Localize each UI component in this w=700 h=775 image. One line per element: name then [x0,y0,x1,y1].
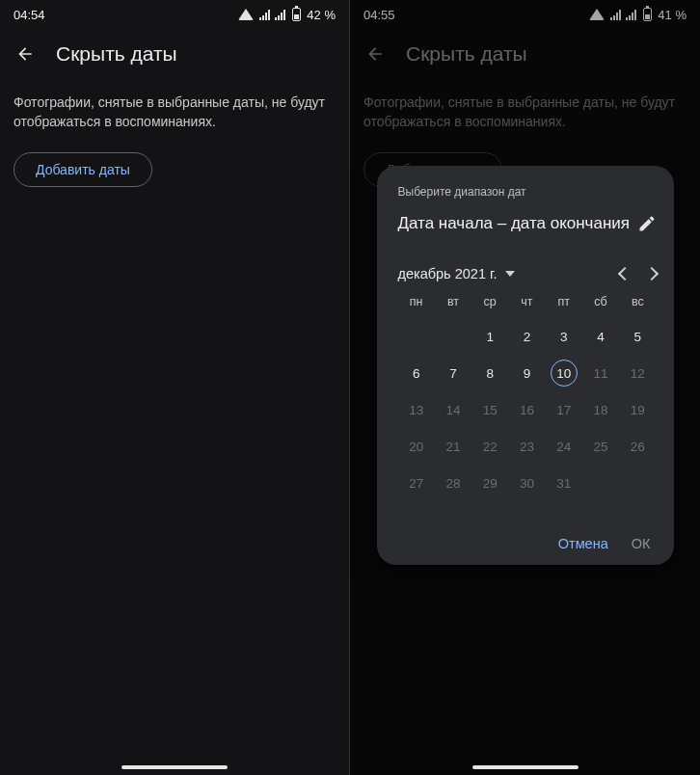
signal-icon [275,10,285,20]
modal-backdrop[interactable]: Выберите диапазон дат Дата начала – дата… [350,0,700,775]
calendar-week: 13141516171819 [398,391,657,428]
day-cell[interactable]: 16 [508,391,545,428]
modal-caption: Выберите диапазон дат [398,185,657,199]
dow: пт [546,295,582,308]
battery-text: 42 % [307,8,336,22]
dow: пн [398,295,435,308]
day-cell[interactable]: 27 [398,465,435,501]
empty-cell [619,465,656,501]
page-title: Скрыть даты [56,42,177,66]
battery-icon [292,8,301,21]
day-cell[interactable]: 30 [508,465,545,501]
range-row: Дата начала – дата окончания [398,214,657,233]
dow: ср [471,295,508,308]
day-cell[interactable]: 18 [582,391,619,428]
screen-left: 04:54 42 % Скрыть даты Фотографии, сняты… [0,0,350,775]
calendar-week: 6789101112 [398,355,657,391]
day-cell[interactable]: 8 [471,355,508,391]
status-icons: 42 % [238,8,336,22]
day-cell[interactable]: 3 [546,318,582,355]
weekday-header: пн вт ср чт пт сб вс [398,295,657,308]
day-cell[interactable]: 29 [471,465,508,501]
description-text: Фотографии, снятые в выбранные даты, не … [13,93,336,131]
day-cell[interactable]: 23 [508,428,545,465]
day-cell[interactable]: 22 [471,428,508,465]
wifi-icon [238,9,254,20]
day-cell[interactable]: 4 [582,318,619,355]
status-time: 04:54 [13,8,45,22]
gesture-bar [472,765,579,769]
back-icon[interactable] [15,44,35,64]
day-cell[interactable]: 28 [435,465,471,501]
calendar-week: 12345 [398,318,657,355]
day-cell[interactable]: 19 [619,391,656,428]
empty-cell [582,465,619,501]
day-cell[interactable]: 11 [582,355,619,391]
modal-actions: Отмена ОК [398,536,657,551]
day-cell[interactable]: 24 [546,428,582,465]
day-cell[interactable]: 14 [435,391,471,428]
day-cell[interactable]: 31 [546,465,582,501]
next-month-icon[interactable] [644,267,658,281]
dow: сб [582,295,619,308]
dropdown-icon [505,271,515,277]
content: Фотографии, снятые в выбранные даты, не … [0,81,349,199]
day-cell[interactable]: 17 [546,391,582,428]
add-dates-button[interactable]: Добавить даты [13,152,152,187]
date-range-modal: Выберите диапазон дат Дата начала – дата… [377,166,674,565]
app-bar: Скрыть даты [0,27,349,81]
calendar-body: 1234567891011121314151617181920212223242… [398,318,657,501]
edit-icon[interactable] [637,214,657,233]
cancel-button[interactable]: Отмена [558,536,608,551]
signal-icon [259,10,270,20]
gesture-bar [121,765,228,769]
day-cell[interactable]: 12 [619,355,656,391]
month-nav [620,269,657,279]
empty-cell [398,318,435,355]
day-cell[interactable]: 21 [435,428,471,465]
day-cell[interactable]: 10 [546,355,582,391]
day-cell[interactable]: 1 [471,318,508,355]
dow: вс [619,295,656,308]
day-cell[interactable]: 25 [582,428,619,465]
calendar-week: 2728293031 [398,465,657,501]
screen-right: 04:55 41 % Скрыть даты Фотографии, сняты… [350,0,700,775]
calendar-week: 20212223242526 [398,428,657,465]
day-cell[interactable]: 15 [471,391,508,428]
day-cell[interactable]: 13 [398,391,435,428]
range-placeholder: Дата начала – дата окончания [398,214,631,233]
day-cell[interactable]: 2 [508,318,545,355]
day-cell[interactable]: 5 [619,318,656,355]
day-cell[interactable]: 7 [435,355,471,391]
month-selector[interactable]: декабрь 2021 г. [398,266,515,281]
month-label-text: декабрь 2021 г. [398,266,498,281]
day-cell[interactable]: 20 [398,428,435,465]
month-row: декабрь 2021 г. [398,266,657,281]
prev-month-icon[interactable] [617,267,631,281]
empty-cell [435,318,471,355]
dow: чт [508,295,545,308]
dow: вт [435,295,471,308]
day-cell[interactable]: 9 [508,355,545,391]
day-cell[interactable]: 6 [398,355,435,391]
status-bar: 04:54 42 % [0,0,349,27]
ok-button[interactable]: ОК [632,536,651,551]
day-cell[interactable]: 26 [619,428,656,465]
